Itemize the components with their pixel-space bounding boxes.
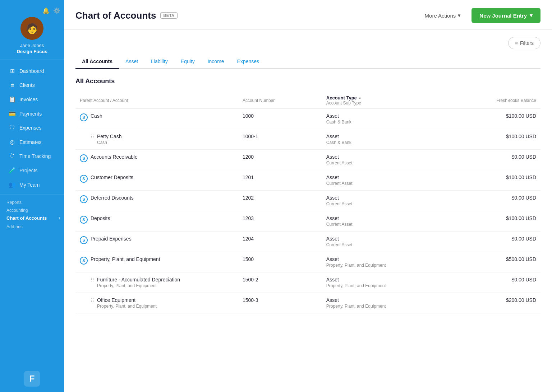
settings-icon[interactable]: ⚙️ — [53, 7, 60, 14]
new-journal-entry-button[interactable]: New Journal Entry ▾ — [472, 8, 540, 23]
account-icon: S — [80, 175, 88, 183]
drag-icon: ⠿ — [91, 134, 94, 140]
account-name-cell: S Prepaid Expenses — [75, 232, 238, 252]
chevron-down-icon: ▾ — [458, 12, 461, 19]
table-row[interactable]: S Property, Plant, and Equipment 1500 As… — [75, 252, 540, 272]
table-row[interactable]: S Deposits 1203 Asset Current Asset $100… — [75, 211, 540, 232]
account-balance: $100.00 USD — [461, 109, 540, 129]
beta-badge: BETA — [160, 12, 177, 19]
table-row[interactable]: S Deferred Discounts 1202 Asset Current … — [75, 191, 540, 211]
account-balance: $100.00 USD — [461, 129, 540, 150]
tab-equity[interactable]: Equity — [174, 55, 201, 69]
sidebar-item-clients[interactable]: 🖥 Clients — [2, 78, 62, 92]
notification-icon[interactable]: 🔔 — [42, 7, 50, 14]
payments-icon: 💳 — [9, 110, 16, 117]
sidebar-item-reports[interactable]: Reports — [0, 198, 64, 206]
account-balance: $0.00 USD — [461, 232, 540, 252]
tab-all-accounts[interactable]: All Accounts — [75, 55, 119, 69]
sidebar-top: 🔔 ⚙️ 🧑 Jane Jones Design Focus — [0, 0, 64, 60]
sidebar-item-label: Dashboard — [19, 68, 44, 74]
filters-row: ≡ Filters — [75, 37, 540, 49]
sidebar-item-accounting[interactable]: Accounting — [0, 206, 64, 214]
drag-icon: ⠿ — [91, 298, 94, 303]
account-number: 1202 — [238, 191, 322, 211]
col-account: Parent Account / Account — [75, 92, 238, 109]
sidebar-item-invoices[interactable]: 📋 Invoices — [2, 92, 62, 106]
sidebar-item-dashboard[interactable]: ⊞ Dashboard — [2, 64, 62, 78]
account-name-cell: S Accounts Receivable — [75, 150, 238, 170]
account-parent-name: Property, Plant, and Equipment — [97, 304, 157, 309]
table-row[interactable]: S Accounts Receivable 1200 Asset Current… — [75, 150, 540, 170]
my-team-icon: 👥 — [9, 181, 16, 188]
account-number: 1500 — [238, 252, 322, 272]
account-type: Asset Cash & Bank — [322, 129, 461, 150]
sidebar-bottom: F — [0, 365, 64, 392]
account-name-cell: ⠿ Petty Cash Cash — [75, 129, 238, 150]
account-name-cell: ⠿ Furniture - Accumulated Depreciation P… — [75, 272, 238, 293]
sidebar-item-chart-of-accounts[interactable]: Chart of Accounts ‹ — [0, 214, 64, 222]
header-actions: More Actions ▾ New Journal Entry ▾ — [418, 8, 540, 23]
sidebar-item-time-tracking[interactable]: ⏱ Time Tracking — [2, 149, 62, 163]
filters-button[interactable]: ≡ Filters — [508, 37, 540, 49]
sidebar-chart-label: Chart of Accounts — [6, 215, 47, 221]
account-number: 1000 — [238, 109, 322, 129]
sidebar-item-label: Estimates — [19, 139, 41, 145]
sidebar-item-label: Clients — [19, 82, 35, 88]
col-balance: FreshBooks Balance — [461, 92, 540, 109]
table-row[interactable]: ⠿ Furniture - Accumulated Depreciation P… — [75, 272, 540, 293]
account-number: 1204 — [238, 232, 322, 252]
table-row[interactable]: S Prepaid Expenses 1204 Asset Current As… — [75, 232, 540, 252]
sidebar-item-expenses[interactable]: 🛡 Expenses — [2, 121, 62, 135]
tabs: All Accounts Asset Liability Equity Inco… — [75, 55, 540, 69]
account-parent-name: Cash — [97, 140, 121, 145]
col-type[interactable]: Account Type ▾ Account Sub Type — [322, 92, 461, 109]
sort-arrow-icon: ▾ — [359, 96, 361, 100]
tab-expenses[interactable]: Expenses — [231, 55, 266, 69]
header-left: Chart of Accounts BETA — [75, 10, 178, 21]
sidebar-item-estimates[interactable]: ◎ Estimates — [2, 135, 62, 149]
table-row[interactable]: S Customer Deposits 1201 Asset Current A… — [75, 170, 540, 191]
avatar: 🧑 — [20, 17, 43, 40]
table-row[interactable]: S Cash 1000 Asset Cash & Bank $100.00 US… — [75, 109, 540, 129]
sidebar-item-projects[interactable]: 🧪 Projects — [2, 163, 62, 177]
account-number: 1500-3 — [238, 293, 322, 313]
account-number: 1200 — [238, 150, 322, 170]
sidebar-item-payments[interactable]: 💳 Payments — [2, 107, 62, 121]
new-journal-label: New Journal Entry — [479, 13, 527, 19]
account-balance: $200.00 USD — [461, 293, 540, 313]
section-title: All Accounts — [75, 78, 540, 85]
account-name: Office Equipment — [97, 297, 157, 303]
accounts-table: Parent Account / Account Account Number … — [75, 92, 540, 313]
account-name-cell: ⠿ Office Equipment Property, Plant, and … — [75, 293, 238, 313]
account-name-cell: S Cash — [75, 109, 238, 129]
account-name: Accounts Receivable — [91, 154, 138, 160]
account-icon: S — [80, 154, 88, 162]
account-number: 1201 — [238, 170, 322, 191]
sidebar-username: Jane Jones — [20, 43, 44, 48]
account-balance: $100.00 USD — [461, 211, 540, 232]
account-type: Asset Current Asset — [322, 232, 461, 252]
tab-asset[interactable]: Asset — [119, 55, 144, 69]
content-area: ≡ Filters All Accounts Asset Liability E… — [64, 30, 552, 392]
chevron-down-icon: ▾ — [530, 12, 533, 19]
sidebar-item-my-team[interactable]: 👥 My Team — [2, 178, 62, 192]
account-icon: S — [80, 236, 88, 244]
table-row[interactable]: ⠿ Office Equipment Property, Plant, and … — [75, 293, 540, 313]
more-actions-button[interactable]: More Actions ▾ — [418, 9, 468, 22]
tab-liability[interactable]: Liability — [144, 55, 174, 69]
more-actions-label: More Actions — [425, 13, 456, 19]
tab-income[interactable]: Income — [201, 55, 231, 69]
sidebar-item-add-ons[interactable]: Add-ons — [0, 222, 64, 230]
page-title: Chart of Accounts — [75, 10, 156, 21]
main-content: Chart of Accounts BETA More Actions ▾ Ne… — [64, 0, 552, 392]
account-balance: $0.00 USD — [461, 191, 540, 211]
expenses-icon: 🛡 — [9, 125, 16, 131]
sidebar-nav: ⊞ Dashboard 🖥 Clients 📋 Invoices 💳 Payme… — [0, 60, 64, 365]
account-number: 1500-2 — [238, 272, 322, 293]
table-row[interactable]: ⠿ Petty Cash Cash 1000-1 Asset Cash & Ba… — [75, 129, 540, 150]
account-type: Asset Cash & Bank — [322, 109, 461, 129]
chevron-left-icon: ‹ — [59, 215, 60, 221]
account-balance: $100.00 USD — [461, 170, 540, 191]
account-name-cell: S Deposits — [75, 211, 238, 232]
header: Chart of Accounts BETA More Actions ▾ Ne… — [64, 0, 552, 30]
